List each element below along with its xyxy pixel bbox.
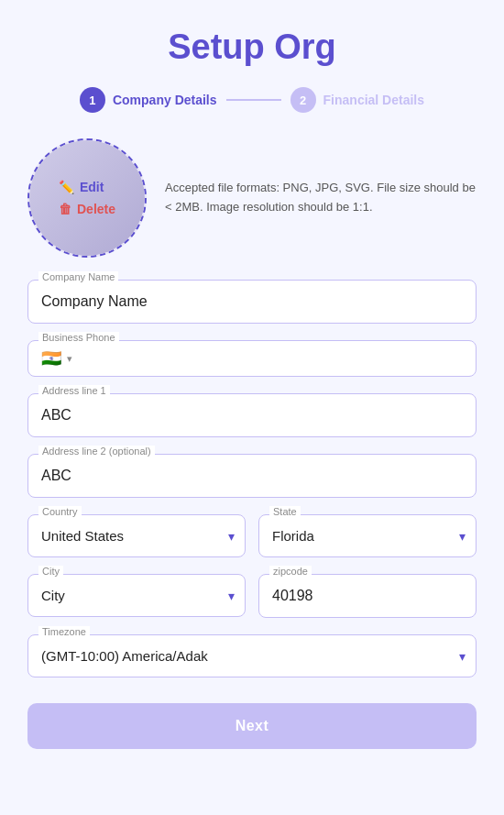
address1-label: Address line 1 xyxy=(38,385,110,396)
edit-button[interactable]: ✏️ Edit xyxy=(59,180,115,194)
phone-flag-chevron[interactable]: ▾ xyxy=(67,353,72,365)
timezone-select[interactable]: (GMT-10:00) America/Adak (GMT-05:00) Ame… xyxy=(27,634,477,677)
avatar-actions: ✏️ Edit 🗑 Delete xyxy=(59,180,115,216)
step-1-label: Company Details xyxy=(113,93,217,107)
country-label: Country xyxy=(38,506,82,517)
state-label: State xyxy=(269,506,301,517)
timezone-label: Timezone xyxy=(38,626,90,637)
address2-label: Address line 2 (optional) xyxy=(38,446,155,457)
avatar-box[interactable]: ✏️ Edit 🗑 Delete xyxy=(27,138,147,258)
address1-group: Address line 1 xyxy=(27,393,477,437)
step-2-label: Financial Details xyxy=(323,93,424,107)
company-name-input[interactable] xyxy=(27,280,477,324)
upload-info: Accepted file formats: PNG, JPG, SVG. Fi… xyxy=(165,179,477,217)
delete-button[interactable]: 🗑 Delete xyxy=(59,202,115,216)
upload-section: ✏️ Edit 🗑 Delete Accepted file formats: … xyxy=(27,138,477,258)
country-select[interactable]: United States India United Kingdom Canad… xyxy=(27,514,246,557)
country-group: Country United States India United Kingd… xyxy=(27,514,246,557)
city-group: City City Miami Orlando Tampa Jacksonvil… xyxy=(27,574,246,618)
company-name-group: Company Name xyxy=(27,280,477,324)
trash-icon: 🗑 xyxy=(59,202,71,216)
step-divider xyxy=(226,99,281,101)
india-flag-icon: 🇮🇳 xyxy=(41,350,61,367)
zipcode-group: zipcode xyxy=(258,574,477,618)
page-container: Setup Org 1 Company Details 2 Financial … xyxy=(0,0,504,815)
business-phone-label: Business Phone xyxy=(38,332,119,343)
zipcode-label: zipcode xyxy=(269,566,312,577)
city-label: City xyxy=(38,566,63,577)
phone-input[interactable] xyxy=(78,351,463,367)
pencil-icon: ✏️ xyxy=(59,180,74,194)
business-phone-group: Business Phone 🇮🇳 ▾ xyxy=(27,340,477,377)
address2-group: Address line 2 (optional) xyxy=(27,454,477,498)
edit-label: Edit xyxy=(80,180,104,194)
city-select[interactable]: City Miami Orlando Tampa Jacksonville xyxy=(27,574,246,617)
country-state-row: Country United States India United Kingd… xyxy=(27,514,477,557)
delete-label: Delete xyxy=(77,202,115,216)
timezone-group: Timezone (GMT-10:00) America/Adak (GMT-0… xyxy=(27,634,477,677)
next-button[interactable]: Next xyxy=(27,703,477,749)
page-title: Setup Org xyxy=(168,28,336,67)
step-2-circle: 2 xyxy=(290,87,316,113)
zipcode-input[interactable] xyxy=(258,574,477,618)
step-1[interactable]: 1 Company Details xyxy=(80,87,217,113)
form-section: Company Name Business Phone 🇮🇳 ▾ Address… xyxy=(27,280,477,749)
step-2[interactable]: 2 Financial Details xyxy=(290,87,424,113)
stepper: 1 Company Details 2 Financial Details xyxy=(80,87,424,113)
address2-input[interactable] xyxy=(27,454,477,498)
state-select[interactable]: Florida California New York Texas Ohio xyxy=(258,514,477,557)
company-name-label: Company Name xyxy=(38,271,118,282)
phone-field-container: 🇮🇳 ▾ xyxy=(27,340,477,377)
state-group: State Florida California New York Texas … xyxy=(258,514,477,557)
address1-input[interactable] xyxy=(27,393,477,437)
step-1-circle: 1 xyxy=(80,87,105,113)
city-zip-row: City City Miami Orlando Tampa Jacksonvil… xyxy=(27,574,477,618)
